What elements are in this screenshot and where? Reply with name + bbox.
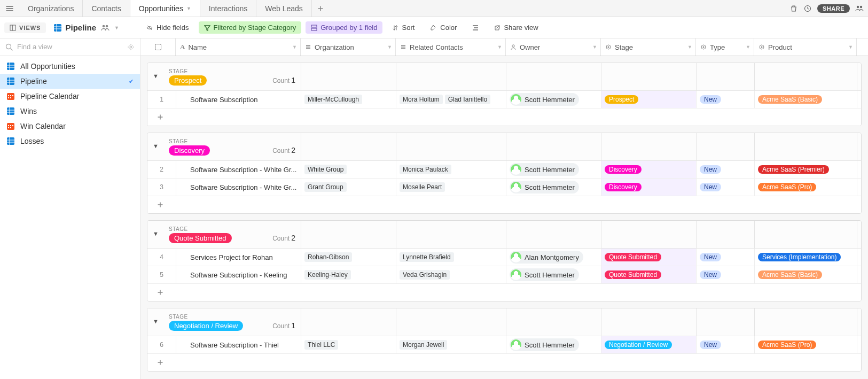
cell-owner[interactable]: Scott Hemmeter [506, 161, 601, 178]
table-row[interactable]: 1 Software Subscription Miller-McCulloug… [147, 91, 861, 109]
share-button[interactable]: SHARE [817, 4, 850, 13]
table-row[interactable]: 5 Software Subscription - Keeling Keelin… [147, 266, 861, 284]
cell-stage[interactable]: Discovery [601, 161, 697, 178]
cell-name[interactable]: Software Subscription - White Gr... [176, 161, 301, 178]
sidebar-item-all-opportunities[interactable]: All Opportunities [0, 59, 140, 74]
tab-contacts[interactable]: Contacts [83, 0, 130, 17]
cell-organization[interactable]: Grant Group [301, 179, 396, 196]
cell-name[interactable]: Software Subscription [176, 91, 301, 108]
grid-area[interactable]: A Name ▼ Organization ▼ Related Contacts… [140, 38, 868, 379]
collapse-icon[interactable]: ▼ [153, 143, 159, 149]
color-button[interactable]: Color [424, 21, 462, 34]
cell-organization[interactable]: Thiel LLC [301, 336, 396, 353]
cell-owner[interactable]: Scott Hemmeter [506, 266, 601, 283]
add-tab-button[interactable] [312, 5, 329, 12]
cell-contacts[interactable]: Veda Grishagin [396, 266, 506, 283]
table-row[interactable]: 3 Software Subscription - White Gr... Gr… [147, 179, 861, 196]
table-row[interactable]: 4 Services Project for Rohan Rohan-Gibso… [147, 249, 861, 266]
cell-contacts[interactable]: Lynnette Brafield [396, 249, 506, 266]
chevron-down-icon[interactable]: ▼ [687, 44, 692, 50]
collapse-icon[interactable]: ▼ [153, 230, 159, 237]
header-contacts[interactable]: Related Contacts ▼ [396, 38, 506, 56]
views-button[interactable]: VIEWS [4, 22, 46, 33]
group-button[interactable]: Grouped by 1 field [306, 21, 382, 34]
table-row[interactable]: 2 Software Subscription - White Gr... Wh… [147, 161, 861, 179]
row-height-button[interactable] [466, 22, 484, 33]
header-owner[interactable]: Owner ▼ [506, 38, 601, 56]
cell-owner[interactable]: Alan Montgomery [506, 249, 601, 266]
tab-interactions[interactable]: Interactions [200, 0, 256, 17]
cell-owner[interactable]: Scott Hemmeter [506, 336, 601, 353]
cell-name[interactable]: Software Subscription - Keeling [176, 266, 301, 283]
cell-product[interactable]: Acme SaaS (Basic) [755, 266, 857, 283]
cell-organization[interactable]: Rohan-Gibson [301, 249, 396, 266]
menu-icon[interactable] [0, 4, 19, 13]
tab-web-leads[interactable]: Web Leads [256, 0, 312, 17]
add-row-button[interactable] [147, 196, 861, 213]
gear-icon[interactable] [127, 43, 135, 51]
header-organization[interactable]: Organization ▼ [301, 38, 396, 56]
cell-type[interactable]: New [697, 249, 755, 266]
chevron-down-icon[interactable]: ▼ [848, 44, 853, 50]
add-row-button[interactable] [147, 284, 861, 301]
sort-button[interactable]: Sort [387, 21, 420, 34]
cell-stage[interactable]: Quote Submitted [601, 249, 697, 266]
header-product[interactable]: Product ▼ [754, 38, 857, 56]
cell-product[interactable]: Acme SaaS (Basic) [755, 91, 857, 108]
cell-organization[interactable]: Miller-McCullough [301, 91, 396, 108]
cell-owner[interactable]: Scott Hemmeter [506, 179, 601, 196]
chevron-down-icon[interactable]: ▼ [387, 44, 392, 50]
add-row-button[interactable] [147, 109, 861, 126]
header-stage[interactable]: Stage ▼ [601, 38, 696, 56]
tab-organizations[interactable]: Organizations [19, 0, 83, 17]
share-view-button[interactable]: Share view [489, 21, 543, 34]
cell-type[interactable]: New [697, 179, 755, 196]
select-all-checkbox[interactable] [155, 44, 161, 50]
cell-name[interactable]: Services Project for Rohan [176, 249, 301, 266]
header-type[interactable]: Type ▼ [696, 38, 754, 56]
hide-fields-button[interactable]: Hide fields [140, 21, 194, 34]
cell-stage[interactable]: Prospect [601, 91, 697, 108]
sidebar-item-wins[interactable]: Wins [0, 104, 140, 119]
cell-name[interactable]: Software Subscription - White Gr... [176, 179, 301, 196]
filter-button[interactable]: Filtered by Stage Category [199, 21, 302, 34]
cell-product[interactable]: Acme SaaS (Pro) [755, 336, 857, 353]
collaborators-icon[interactable] [100, 24, 110, 32]
view-title-wrap[interactable]: Pipeline ▼ [53, 23, 119, 32]
sidebar-item-pipeline-calendar[interactable]: Pipeline Calendar [0, 89, 140, 104]
cell-product[interactable]: Services (Implementation) [755, 249, 857, 266]
cell-stage[interactable]: Discovery [601, 179, 697, 196]
chevron-down-icon[interactable]: ▼ [746, 44, 750, 50]
collapse-icon[interactable]: ▼ [153, 73, 159, 79]
cell-contacts[interactable]: Moselle Peart [396, 179, 506, 196]
cell-organization[interactable]: Keeling-Haley [301, 266, 396, 283]
cell-type[interactable]: New [697, 336, 755, 353]
collapse-icon[interactable]: ▼ [153, 318, 159, 324]
chevron-down-icon[interactable]: ▼ [497, 44, 502, 50]
cell-contacts[interactable]: Morgan Jewell [396, 336, 506, 353]
cell-type[interactable]: New [697, 161, 755, 178]
cell-owner[interactable]: Scott Hemmeter [506, 91, 601, 108]
table-row[interactable]: 6 Software Subscription - Thiel Thiel LL… [147, 336, 861, 354]
trash-icon[interactable] [789, 4, 798, 13]
people-icon[interactable] [855, 4, 864, 13]
cell-stage[interactable]: Quote Submitted [601, 266, 697, 283]
cell-contacts[interactable]: Mora HoltumGlad Ianittello [396, 91, 506, 108]
cell-stage[interactable]: Negotiation / Review [601, 336, 697, 353]
cell-contacts[interactable]: Monica Paulack [396, 161, 506, 178]
search-input[interactable] [17, 43, 127, 51]
sidebar-item-pipeline[interactable]: Pipeline✔ [0, 74, 140, 89]
cell-organization[interactable]: White Group [301, 161, 396, 178]
chevron-down-icon[interactable]: ▼ [292, 44, 297, 50]
cell-name[interactable]: Software Subscription - Thiel [176, 336, 301, 353]
tab-opportunities[interactable]: Opportunities▼ [130, 0, 200, 17]
history-icon[interactable] [803, 4, 812, 13]
header-name[interactable]: A Name ▼ [176, 38, 301, 56]
cell-product[interactable]: Acme SaaS (Premier) [755, 161, 857, 178]
add-row-button[interactable] [147, 354, 861, 371]
cell-product[interactable]: Acme SaaS (Pro) [755, 179, 857, 196]
sidebar-item-losses[interactable]: Losses [0, 134, 140, 149]
sidebar-item-win-calendar[interactable]: Win Calendar [0, 119, 140, 134]
cell-type[interactable]: New [697, 91, 755, 108]
cell-type[interactable]: New [697, 266, 755, 283]
